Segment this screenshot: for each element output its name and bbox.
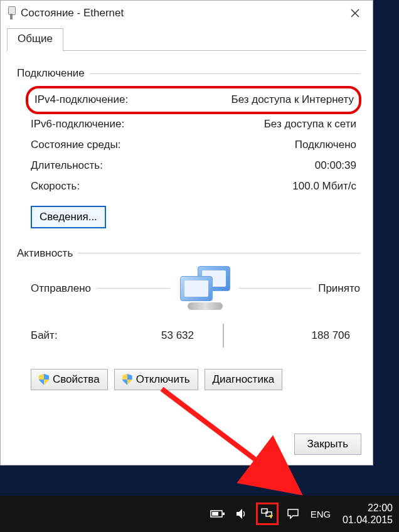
duration-row: Длительность: 00:00:39 [17, 156, 360, 176]
bytes-row: Байт: 53 632 188 706 [17, 317, 360, 353]
ipv4-label: IPv4-подключение: [35, 93, 128, 107]
duration-label: Длительность: [31, 159, 103, 173]
divider [78, 253, 360, 253]
taskbar-time: 22:00 [343, 502, 393, 514]
taskbar-date: 01.04.2015 [343, 514, 393, 526]
properties-button-label: Свойства [53, 373, 100, 386]
window-title: Состояние - Ethernet [17, 7, 341, 19]
ipv6-value: Без доступа к сети [264, 117, 356, 132]
bytes-received-value: 188 706 [253, 329, 356, 342]
bytes-label: Байт: [31, 329, 106, 342]
ethernet-status-window: Состояние - Ethernet Общие Подключение I… [0, 0, 373, 466]
vertical-divider [223, 324, 224, 348]
media-state-value: Подключено [295, 138, 356, 152]
action-button-row: Свойства Отключить Диагностика [31, 369, 360, 390]
uac-shield-icon [39, 374, 49, 385]
dialog-footer: Закрыть [294, 434, 361, 455]
battery-tray-icon[interactable] [208, 504, 227, 523]
diagnose-button[interactable]: Диагностика [205, 369, 283, 390]
divider [97, 288, 170, 289]
close-button-label: Закрыть [307, 438, 348, 450]
connection-group-header: Подключение [17, 67, 360, 80]
ipv4-highlight-annotation: IPv4-подключение: Без доступа к Интернет… [26, 86, 361, 114]
speed-label: Скорость: [31, 179, 80, 194]
diagnose-button-label: Диагностика [213, 373, 275, 386]
divider [239, 288, 312, 289]
received-label: Принято [318, 282, 360, 295]
uac-shield-icon [122, 374, 132, 385]
ipv6-label: IPv6-подключение: [31, 117, 124, 132]
tab-label: Общие [18, 33, 53, 45]
ipv4-row: IPv4-подключение: Без доступа к Интернет… [35, 90, 354, 110]
properties-button[interactable]: Свойства [31, 369, 108, 390]
duration-value: 00:00:39 [315, 159, 356, 173]
language-label: ENG [311, 509, 331, 519]
window-close-button[interactable] [341, 3, 369, 23]
ipv4-value: Без доступа к Интернету [231, 93, 354, 107]
details-button-label: Сведения... [40, 211, 97, 223]
disable-button-label: Отключить [136, 373, 190, 386]
media-state-row: Состояние среды: Подключено [17, 135, 360, 156]
ipv6-row: IPv6-подключение: Без доступа к сети [17, 114, 360, 135]
volume-tray-icon[interactable] [232, 504, 251, 523]
bytes-sent-value: 53 632 [106, 329, 194, 342]
taskbar-clock[interactable]: 22:00 01.04.2015 [343, 502, 393, 526]
close-button[interactable]: Закрыть [294, 434, 361, 455]
dialog-body: Подключение IPv4-подключение: Без доступ… [1, 51, 373, 390]
divider [90, 73, 360, 74]
speed-row: Скорость: 100.0 Мбит/с [17, 176, 360, 197]
ethernet-icon [6, 6, 17, 20]
activity-diagram: Отправлено Принято [17, 266, 360, 311]
close-icon [351, 9, 359, 18]
tab-general[interactable]: Общие [7, 28, 63, 51]
titlebar: Состояние - Ethernet [1, 1, 373, 26]
tab-strip: Общие [7, 28, 366, 51]
language-indicator[interactable]: ENG [307, 504, 334, 523]
svg-rect-4 [223, 513, 225, 515]
disable-button[interactable]: Отключить [114, 369, 198, 390]
speed-value: 100.0 Мбит/с [292, 179, 356, 194]
media-state-label: Состояние среды: [31, 138, 120, 152]
network-computers-icon [176, 266, 233, 311]
activity-group-header: Активность [17, 247, 360, 260]
sent-label: Отправлено [31, 282, 91, 295]
network-warning-icon [260, 508, 274, 520]
activity-group-label: Активность [17, 247, 73, 260]
network-tray-icon[interactable] [256, 503, 279, 525]
details-button[interactable]: Сведения... [31, 206, 106, 228]
svg-rect-5 [212, 512, 218, 516]
action-center-tray-icon[interactable] [284, 504, 302, 523]
taskbar: ENG 22:00 01.04.2015 [0, 496, 399, 532]
connection-group-label: Подключение [17, 67, 85, 80]
